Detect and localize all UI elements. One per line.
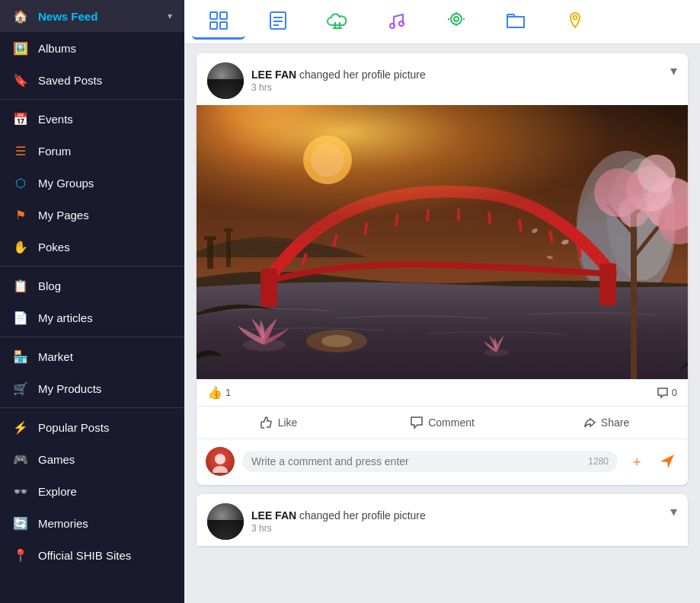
post-time-1: 3 hrs	[251, 82, 677, 93]
bridge-scene	[197, 105, 688, 379]
avatar-image	[207, 62, 244, 99]
svg-point-14	[454, 17, 459, 21]
like-action-icon	[260, 416, 273, 429]
like-count-1: 👍 1	[207, 385, 231, 400]
svg-point-19	[574, 16, 577, 20]
sidebar-item-albums[interactable]: 🖼️ Albums	[0, 32, 184, 64]
like-label: Like	[278, 416, 298, 429]
comment-avatar-image	[206, 447, 235, 476]
chevron-down-icon: ▾	[168, 11, 172, 21]
sidebar-item-official-shib[interactable]: 📍 Official SHIB Sites	[0, 539, 184, 571]
sidebar-item-pokes[interactable]: ✋ Pokes	[0, 231, 184, 263]
svg-point-13	[451, 14, 462, 24]
comment-input-wrap: 1280	[242, 451, 618, 472]
divider-4	[0, 407, 184, 408]
sidebar-item-popular-posts[interactable]: ⚡ Popular Posts	[0, 411, 184, 443]
avatar-lee-fan-2	[207, 503, 244, 540]
sidebar-item-events[interactable]: 📅 Events	[0, 103, 184, 135]
post-dropdown-btn-2[interactable]: ▾	[670, 503, 677, 520]
post-action-text-1: changed her profile picture	[299, 69, 426, 81]
sidebar-label-explore: Explore	[38, 485, 77, 498]
like-number: 1	[225, 387, 231, 398]
post-card-1: LEE FAN changed her profile picture 3 hr…	[197, 53, 688, 485]
svg-point-60	[215, 454, 225, 464]
sidebar-label-forum: Forum	[38, 145, 71, 158]
svg-rect-2	[210, 22, 217, 29]
sidebar-item-blog[interactable]: 📋 Blog	[0, 270, 184, 302]
sidebar-item-saved-posts[interactable]: 🔖 Saved Posts	[0, 64, 184, 96]
divider-2	[0, 266, 184, 266]
svg-rect-1	[220, 12, 227, 19]
events-icon: 📅	[12, 110, 29, 127]
sidebar-label-pokes: Pokes	[38, 241, 70, 254]
sidebar-label-popular-posts: Popular Posts	[38, 421, 109, 434]
tab-location[interactable]	[430, 5, 483, 40]
sidebar-item-my-pages[interactable]: ⚑ My Pages	[0, 199, 184, 231]
post-image-1	[197, 105, 688, 379]
explore-icon: 👓	[12, 483, 29, 499]
comment-button-1[interactable]: Comment	[360, 410, 524, 436]
tab-feed[interactable]	[192, 5, 245, 40]
sidebar-item-forum[interactable]: ☰ Forum	[0, 135, 184, 167]
comment-label: Comment	[428, 416, 475, 429]
sidebar-label-memories: Memories	[38, 517, 88, 530]
sidebar-label-albums: Albums	[38, 42, 76, 55]
sidebar-item-news-feed[interactable]: 🏠 News Feed ▾	[0, 0, 184, 32]
sidebar-label-games: Games	[38, 453, 75, 466]
products-icon: 🛒	[12, 380, 29, 397]
send-comment-button[interactable]	[656, 450, 679, 473]
post-meta-2: LEE FAN changed her profile picture 3 hr…	[251, 509, 677, 534]
top-bar	[184, 0, 700, 44]
shib-icon: 📍	[12, 547, 29, 563]
tab-folder[interactable]	[489, 5, 542, 40]
comment-count-1: 0	[657, 387, 677, 399]
share-action-icon	[583, 416, 596, 429]
post-username-1: LEE FAN changed her profile picture	[251, 69, 677, 81]
bookmark-icon: 🔖	[12, 72, 29, 88]
sidebar-label-news-feed: News Feed	[38, 10, 97, 23]
sidebar-item-games[interactable]: 🎮 Games	[0, 443, 184, 475]
sky-glow	[197, 105, 688, 242]
comment-avatar-1	[206, 447, 235, 476]
sidebar-item-my-groups[interactable]: ⬡ My Groups	[0, 167, 184, 199]
sidebar-label-saved-posts: Saved Posts	[38, 74, 102, 87]
username-text-2: LEE FAN	[251, 509, 296, 522]
divider-3	[0, 337, 184, 337]
sidebar-item-memories[interactable]: 🔄 Memories	[0, 507, 184, 539]
memories-icon: 🔄	[12, 515, 29, 531]
tab-pin[interactable]	[548, 5, 602, 40]
articles-icon: 📄	[12, 309, 29, 326]
svg-point-11	[390, 24, 395, 28]
svg-rect-56	[207, 238, 213, 269]
market-icon: 🏪	[12, 348, 29, 365]
forum-icon: ☰	[12, 142, 29, 159]
char-count: 1280	[588, 456, 609, 467]
sidebar-item-explore[interactable]: 👓 Explore	[0, 475, 184, 507]
home-icon: 🏠	[12, 8, 29, 24]
main-content: LEE FAN changed her profile picture 3 hr…	[184, 0, 700, 603]
share-button-1[interactable]: Share	[524, 410, 688, 436]
sidebar-label-market: Market	[38, 350, 73, 363]
share-label: Share	[601, 416, 629, 429]
tab-posts[interactable]	[251, 5, 305, 40]
post-time-2: 3 hrs	[251, 523, 677, 534]
comment-text-input[interactable]	[251, 455, 582, 467]
tab-music[interactable]	[370, 5, 424, 40]
sidebar-item-market[interactable]: 🏪 Market	[0, 340, 184, 372]
post-dropdown-btn-1[interactable]: ▾	[670, 62, 677, 79]
comment-number: 0	[672, 387, 677, 398]
pokes-icon: ✋	[12, 238, 29, 255]
sidebar-label-official-shib: Official SHIB Sites	[38, 549, 131, 562]
post-header-1: LEE FAN changed her profile picture 3 hr…	[197, 53, 688, 105]
svg-point-55	[321, 335, 352, 347]
sidebar-item-my-products[interactable]: 🛒 My Products	[0, 372, 184, 404]
like-button-1[interactable]: Like	[197, 410, 360, 436]
games-icon: 🎮	[12, 451, 29, 467]
svg-rect-37	[261, 269, 277, 307]
tab-cloud[interactable]	[311, 5, 364, 40]
sidebar-label-my-pages: My Pages	[38, 209, 89, 222]
albums-icon: 🖼️	[12, 40, 29, 56]
pages-icon: ⚑	[12, 206, 29, 223]
add-emoji-button[interactable]: ＋	[625, 450, 648, 473]
sidebar-item-my-articles[interactable]: 📄 My articles	[0, 302, 184, 333]
